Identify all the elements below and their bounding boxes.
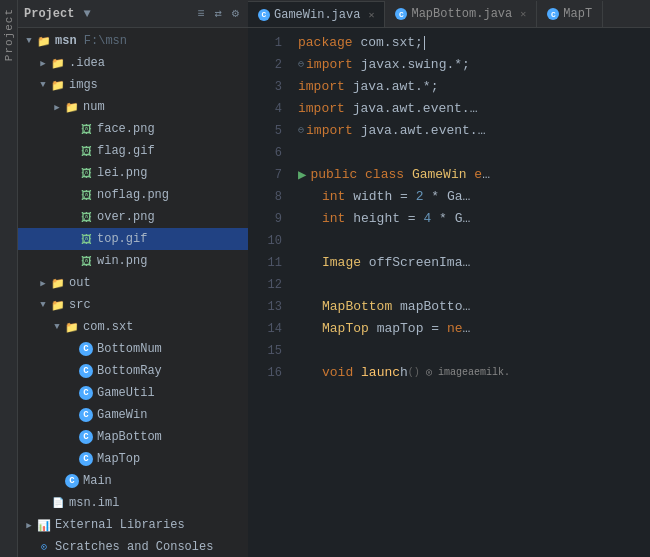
tree-item-over[interactable]: 🖼 over.png bbox=[18, 206, 248, 228]
tree-item-gamewin[interactable]: C GameWin bbox=[18, 404, 248, 426]
project-panel: Project ▼ ≡ ⇄ ⚙ ▼ 📁 msn F:\msn ▶ 📁 .idea… bbox=[18, 0, 248, 557]
project-sidebar-tab[interactable]: Project bbox=[0, 0, 18, 557]
code-line-4: import java.awt.event.… bbox=[298, 98, 650, 120]
tree-item-extlibs[interactable]: ▶ 📊 External Libraries bbox=[18, 514, 248, 536]
code-line-2: ⊖import javax.swing.*; bbox=[298, 54, 650, 76]
code-line-11: Image offScreenIma… bbox=[298, 252, 650, 274]
tree-label-over: over.png bbox=[97, 210, 155, 224]
project-toolbar: Project ▼ ≡ ⇄ ⚙ bbox=[18, 0, 248, 28]
toolbar-dropdown-icon[interactable]: ▼ bbox=[80, 5, 93, 23]
code-area: 1 2 3 4 5 6 7 8 9 10 11 12 13 14 15 16 p… bbox=[248, 28, 650, 557]
tree-label-mapbottom: MapBottom bbox=[97, 430, 162, 444]
toolbar-gear-icon[interactable]: ⚙ bbox=[229, 4, 242, 23]
gif-icon-top: 🖼 bbox=[78, 231, 94, 247]
tree-item-bottomnum[interactable]: C BottomNum bbox=[18, 338, 248, 360]
tree-item-scratches[interactable]: ⊙ Scratches and Consoles bbox=[18, 536, 248, 557]
arrow-src: ▼ bbox=[36, 300, 50, 310]
tree-item-out[interactable]: ▶ 📁 out bbox=[18, 272, 248, 294]
java-icon-gamewin: C bbox=[78, 407, 94, 423]
arrow-extlibs: ▶ bbox=[22, 520, 36, 531]
tree-item-main[interactable]: C Main bbox=[18, 470, 248, 492]
arrow-idea: ▶ bbox=[36, 58, 50, 69]
folder-icon-num: 📁 bbox=[64, 99, 80, 115]
folder-icon-msn: 📁 bbox=[36, 33, 52, 49]
arrow-comsxt: ▼ bbox=[50, 322, 64, 332]
tab-icon-maptop: C bbox=[547, 8, 559, 20]
tree-label-comsxt: com.sxt bbox=[83, 320, 133, 334]
image-icon-lei: 🖼 bbox=[78, 165, 94, 181]
tree-label-out: out bbox=[69, 276, 91, 290]
tab-label-gamewin: GameWin.java bbox=[274, 8, 360, 22]
tab-icon-mapbottom: C bbox=[395, 8, 407, 20]
tab-close-mapbottom[interactable]: ✕ bbox=[520, 8, 526, 20]
tree-label-msn: msn F:\msn bbox=[55, 34, 127, 48]
tree-label-scratches: Scratches and Consoles bbox=[55, 540, 213, 554]
tree-item-noflag[interactable]: 🖼 noflag.png bbox=[18, 184, 248, 206]
tree-label-face: face.png bbox=[97, 122, 155, 136]
tree-item-maptop[interactable]: C MapTop bbox=[18, 448, 248, 470]
tree-label-win: win.png bbox=[97, 254, 147, 268]
tree-item-imgs[interactable]: ▼ 📁 imgs bbox=[18, 74, 248, 96]
iml-icon: 📄 bbox=[50, 495, 66, 511]
scratch-icon: ⊙ bbox=[36, 539, 52, 555]
tree-item-comsxt[interactable]: ▼ 📁 com.sxt bbox=[18, 316, 248, 338]
toolbar-sync-icon[interactable]: ⇄ bbox=[212, 4, 225, 23]
tree-label-bottomnum: BottomNum bbox=[97, 342, 162, 356]
tab-label-mapbottom: MapBottom.java bbox=[411, 7, 512, 21]
tree-item-msn[interactable]: ▼ 📁 msn F:\msn bbox=[18, 30, 248, 52]
tree-label-imgs: imgs bbox=[69, 78, 98, 92]
code-line-3: import java.awt.*; bbox=[298, 76, 650, 98]
tabs-bar: C GameWin.java ✕ C MapBottom.java ✕ C Ma… bbox=[248, 0, 650, 28]
gif-icon-flag: 🖼 bbox=[78, 143, 94, 159]
tree-item-mapbottom[interactable]: C MapBottom bbox=[18, 426, 248, 448]
arrow-imgs: ▼ bbox=[36, 80, 50, 90]
tree-item-idea[interactable]: ▶ 📁 .idea bbox=[18, 52, 248, 74]
code-line-5: ⊖import java.awt.event.… bbox=[298, 120, 650, 142]
tab-mapbottom[interactable]: C MapBottom.java ✕ bbox=[385, 1, 537, 27]
folder-icon-imgs: 📁 bbox=[50, 77, 66, 93]
image-icon-win: 🖼 bbox=[78, 253, 94, 269]
tree-item-flag[interactable]: 🖼 flag.gif bbox=[18, 140, 248, 162]
toolbar-list-icon[interactable]: ≡ bbox=[194, 5, 207, 23]
image-icon-over: 🖼 bbox=[78, 209, 94, 225]
tree-label-num: num bbox=[83, 100, 105, 114]
code-line-1: package com.sxt; bbox=[298, 32, 650, 54]
folder-icon-idea: 📁 bbox=[50, 55, 66, 71]
code-line-6 bbox=[298, 142, 650, 164]
project-tab-label: Project bbox=[3, 8, 15, 61]
tree-item-lei[interactable]: 🖼 lei.png bbox=[18, 162, 248, 184]
image-icon-face: 🖼 bbox=[78, 121, 94, 137]
tree-label-extlibs: External Libraries bbox=[55, 518, 185, 532]
tree-item-bottomray[interactable]: C BottomRay bbox=[18, 360, 248, 382]
java-icon-mapbottom: C bbox=[78, 429, 94, 445]
folder-icon-comsxt: 📁 bbox=[64, 319, 80, 335]
tree-label-main: Main bbox=[83, 474, 112, 488]
tree-item-src[interactable]: ▼ 📁 src bbox=[18, 294, 248, 316]
tree-item-gameutil[interactable]: C GameUtil bbox=[18, 382, 248, 404]
tab-maptop[interactable]: C MapT bbox=[537, 1, 603, 27]
arrow-num: ▶ bbox=[50, 102, 64, 113]
file-tree: ▼ 📁 msn F:\msn ▶ 📁 .idea ▼ 📁 imgs ▶ 📁 nu… bbox=[18, 28, 248, 557]
tree-item-face[interactable]: 🖼 face.png bbox=[18, 118, 248, 140]
code-line-13: MapBottom mapBotto… bbox=[298, 296, 650, 318]
tree-label-flag: flag.gif bbox=[97, 144, 155, 158]
tree-label-gamewin: GameWin bbox=[97, 408, 147, 422]
tree-item-msniml[interactable]: 📄 msn.iml bbox=[18, 492, 248, 514]
tab-close-gamewin[interactable]: ✕ bbox=[368, 9, 374, 21]
folder-icon-src: 📁 bbox=[50, 297, 66, 313]
tree-label-topgif: top.gif bbox=[97, 232, 147, 246]
tree-label-maptop: MapTop bbox=[97, 452, 140, 466]
tree-label-msniml: msn.iml bbox=[69, 496, 119, 510]
code-line-15 bbox=[298, 340, 650, 362]
code-content[interactable]: package com.sxt; ⊖import javax.swing.*; … bbox=[290, 28, 650, 557]
toolbar-title: Project bbox=[24, 7, 74, 21]
tab-label-maptop: MapT bbox=[563, 7, 592, 21]
tree-label-bottomray: BottomRay bbox=[97, 364, 162, 378]
code-line-16: void launch()◎ imageaemilk. bbox=[298, 362, 650, 384]
code-line-12 bbox=[298, 274, 650, 296]
tab-gamewin[interactable]: C GameWin.java ✕ bbox=[248, 1, 385, 27]
tree-item-num[interactable]: ▶ 📁 num bbox=[18, 96, 248, 118]
tree-item-win[interactable]: 🖼 win.png bbox=[18, 250, 248, 272]
tree-item-topgif[interactable]: 🖼 top.gif bbox=[18, 228, 248, 250]
code-line-14: MapTop mapTop = ne… bbox=[298, 318, 650, 340]
